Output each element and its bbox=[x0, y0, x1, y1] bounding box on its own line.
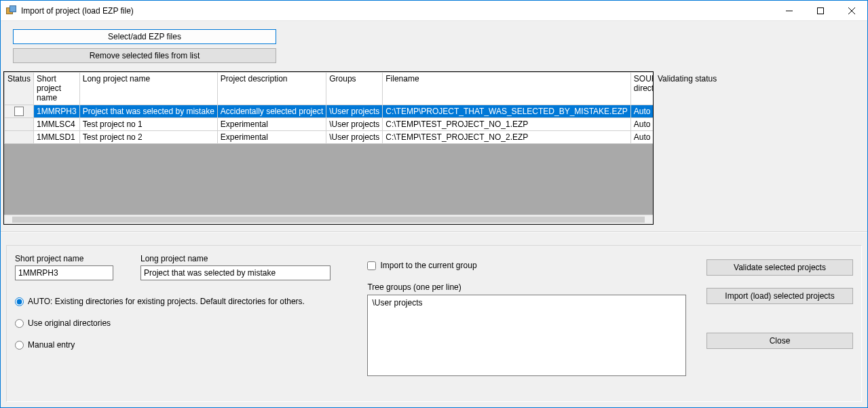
cell-longName[interactable]: Test project no 2 bbox=[79, 131, 217, 144]
table-row[interactable]: 1MMLSD1Test project no 2Experimental\Use… bbox=[5, 131, 654, 144]
app-icon bbox=[6, 5, 17, 16]
radio-auto-row[interactable]: AUTO: Existing directories for existing … bbox=[15, 297, 347, 306]
grid-horizontal-scrollbar[interactable] bbox=[4, 215, 653, 224]
top-button-section: Select/add EZP files Remove selected fil… bbox=[1, 21, 867, 71]
table-row[interactable]: 1MMLSC4Test project no 1Experimental\Use… bbox=[5, 118, 654, 131]
import-button[interactable]: Import (load) selected projects bbox=[706, 288, 853, 304]
cell-filename[interactable]: C:\TEMP\PROJECT_THAT_WAS_SELECTED_BY_MIS… bbox=[383, 105, 631, 118]
title-bar: Import of project (load EZP file) bbox=[1, 1, 867, 21]
cell-groups[interactable]: \User projects bbox=[326, 105, 383, 118]
import-project-window: Import of project (load EZP file) Select… bbox=[0, 0, 868, 408]
col-long-name[interactable]: Long project name bbox=[79, 73, 217, 105]
row-header-cell[interactable] bbox=[5, 105, 34, 118]
validating-status-panel: Validating status bbox=[658, 71, 865, 225]
radio-manual-row[interactable]: Manual entry bbox=[15, 340, 347, 350]
cell-description[interactable]: Experimental bbox=[217, 118, 326, 131]
radio-original-row[interactable]: Use original directories bbox=[15, 318, 347, 328]
import-current-group-checkbox[interactable] bbox=[367, 261, 376, 270]
long-name-label: Long project name bbox=[140, 254, 331, 263]
middle-row: Status Short project name Long project n… bbox=[1, 71, 867, 229]
radio-manual-label: Manual entry bbox=[28, 340, 75, 350]
tree-groups-textarea[interactable] bbox=[367, 295, 686, 376]
col-status[interactable]: Status bbox=[5, 73, 34, 105]
import-current-group-label: Import to the current group bbox=[380, 261, 476, 270]
cell-groups[interactable]: \User projects bbox=[326, 118, 383, 131]
projects-grid[interactable]: Status Short project name Long project n… bbox=[3, 71, 654, 225]
svg-rect-1 bbox=[818, 7, 824, 14]
detail-panel: Short project name Long project name AUT… bbox=[6, 245, 862, 402]
radio-manual[interactable] bbox=[15, 341, 24, 350]
radio-auto-label: AUTO: Existing directories for existing … bbox=[28, 297, 305, 306]
cell-description[interactable]: Accidentally selected project bbox=[217, 105, 326, 118]
action-buttons-column: Validate selected projects Import (load)… bbox=[706, 254, 853, 393]
cell-shortName[interactable]: 1MMLSD1 bbox=[34, 131, 80, 144]
remove-selected-files-button[interactable]: Remove selected files from list bbox=[13, 48, 276, 63]
cell-groups[interactable]: \User projects bbox=[326, 131, 383, 144]
cell-sourceDir[interactable]: Auto bbox=[630, 118, 654, 131]
maximize-button[interactable] bbox=[805, 1, 836, 20]
cell-sourceDir[interactable]: Auto bbox=[630, 105, 654, 118]
long-name-input[interactable] bbox=[140, 265, 331, 280]
cell-longName[interactable]: Project that was selected by mistake bbox=[79, 105, 217, 118]
minimize-button[interactable] bbox=[774, 1, 805, 20]
import-current-group-row[interactable]: Import to the current group bbox=[367, 261, 686, 270]
radio-original-label: Use original directories bbox=[28, 318, 111, 328]
validate-button[interactable]: Validate selected projects bbox=[706, 259, 853, 276]
close-button[interactable]: Close bbox=[706, 333, 853, 349]
col-description[interactable]: Project description bbox=[217, 73, 326, 105]
select-add-ezp-button[interactable]: Select/add EZP files bbox=[13, 29, 276, 44]
radio-original[interactable] bbox=[15, 319, 24, 328]
short-name-input[interactable] bbox=[15, 265, 113, 280]
window-controls bbox=[774, 1, 867, 20]
horizontal-separator bbox=[1, 231, 867, 233]
detail-middle: Import to the current group Tree groups … bbox=[367, 254, 686, 393]
cell-filename[interactable]: C:\TEMP\TEST_PROJECT_NO_2.EZP bbox=[383, 131, 631, 144]
cell-shortName[interactable]: 1MMRPH3 bbox=[34, 105, 80, 118]
validating-status-label: Validating status bbox=[658, 74, 865, 84]
row-header-cell[interactable] bbox=[5, 118, 34, 131]
col-filename[interactable]: Filename bbox=[383, 73, 631, 105]
cell-sourceDir[interactable]: Auto bbox=[630, 131, 654, 144]
cell-longName[interactable]: Test project no 1 bbox=[79, 118, 217, 131]
radio-auto[interactable] bbox=[15, 297, 24, 306]
row-header-cell[interactable] bbox=[5, 131, 34, 144]
cell-description[interactable]: Experimental bbox=[217, 131, 326, 144]
detail-left: Short project name Long project name AUT… bbox=[15, 254, 347, 393]
cell-filename[interactable]: C:\TEMP\TEST_PROJECT_NO_1.EZP bbox=[383, 118, 631, 131]
table-row[interactable]: 1MMRPH3Project that was selected by mist… bbox=[5, 105, 654, 118]
col-short-name[interactable]: Short project name bbox=[34, 73, 80, 105]
window-title: Import of project (load EZP file) bbox=[21, 6, 134, 16]
short-name-label: Short project name bbox=[15, 254, 113, 263]
col-groups[interactable]: Groups bbox=[326, 73, 383, 105]
tree-groups-label: Tree groups (one per line) bbox=[367, 282, 686, 292]
close-window-button[interactable] bbox=[836, 1, 867, 20]
col-source-dir[interactable]: SOURCE directory bbox=[630, 73, 654, 105]
cell-shortName[interactable]: 1MMLSC4 bbox=[34, 118, 80, 131]
